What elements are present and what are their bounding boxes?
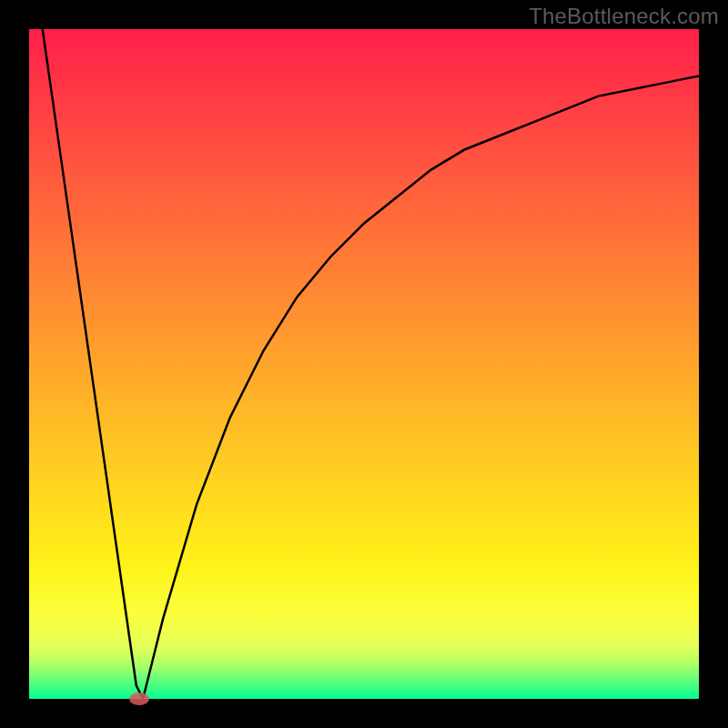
curve-layer (29, 29, 699, 699)
bottleneck-curve (43, 29, 699, 699)
optimal-point-marker (129, 693, 149, 705)
chart-frame: TheBottleneck.com (0, 0, 728, 728)
plot-area (29, 29, 699, 699)
watermark-text: TheBottleneck.com (529, 4, 719, 29)
